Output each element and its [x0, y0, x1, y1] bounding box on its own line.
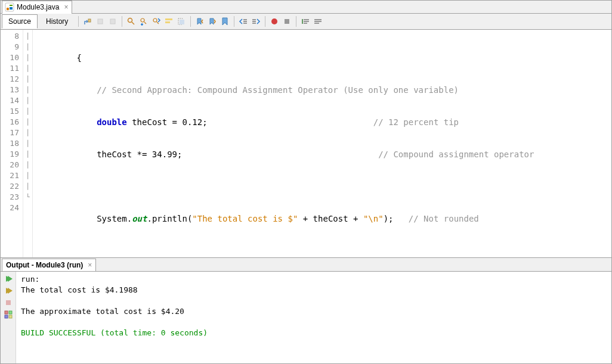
code-line: theCost *= 34.99; // Compound assignment… — [33, 149, 611, 160]
svg-rect-4 — [88, 19, 91, 22]
separator — [190, 16, 191, 27]
output-gutter — [1, 272, 16, 363]
svg-rect-27 — [314, 21, 322, 22]
editor-toolbar: Source History — [1, 14, 611, 30]
stop-icon[interactable] — [4, 298, 13, 307]
svg-rect-30 — [5, 311, 8, 314]
toggle-rect-sel-icon[interactable] — [176, 16, 187, 27]
code-area[interactable]: { // Second Approach: Compound Assignmen… — [33, 30, 611, 257]
find-selection-icon[interactable] — [126, 16, 137, 27]
svg-point-1 — [7, 8, 9, 10]
output-tabbar: Output - Module3 (run) × — [1, 258, 611, 272]
file-tab-label: Module3.java — [17, 3, 59, 11]
svg-rect-13 — [180, 20, 184, 24]
svg-rect-10 — [165, 18, 172, 20]
close-icon[interactable]: × — [64, 4, 68, 11]
svg-rect-33 — [9, 315, 12, 318]
svg-rect-31 — [9, 311, 12, 314]
find-next-icon[interactable] — [151, 16, 162, 27]
svg-rect-26 — [314, 19, 322, 20]
output-tab[interactable]: Output - Module3 (run) × — [2, 259, 96, 271]
toggle-bookmark-icon[interactable] — [220, 16, 230, 27]
rerun-icon[interactable] — [4, 274, 13, 284]
output-line: The approximate total cost is $4.20 — [21, 307, 184, 316]
output-line: The total cost is $4.1988 — [21, 285, 138, 294]
shift-left-icon[interactable] — [238, 16, 249, 27]
svg-rect-25 — [304, 23, 307, 24]
close-icon[interactable]: × — [88, 261, 92, 269]
svg-rect-16 — [243, 23, 247, 24]
svg-rect-14 — [243, 19, 247, 20]
java-file-icon — [5, 2, 14, 12]
code-line: // Second Approach: Compound Assignment … — [33, 85, 611, 95]
find-prev-icon[interactable] — [138, 16, 149, 27]
output-tab-label: Output - Module3 (run) — [6, 261, 83, 269]
code-line — [33, 181, 611, 192]
svg-rect-24 — [304, 21, 309, 22]
uncomment-icon[interactable] — [313, 16, 323, 27]
svg-rect-18 — [252, 21, 256, 22]
svg-rect-11 — [165, 21, 170, 23]
svg-rect-6 — [110, 19, 115, 24]
prev-bookmark-icon[interactable] — [194, 16, 205, 27]
code-line — [33, 245, 611, 256]
output-body: run: The total cost is $4.1988 The appro… — [1, 272, 611, 363]
code-line: System.out.println("The total cost is $"… — [33, 213, 611, 224]
separator — [122, 16, 122, 27]
rerun-alt-icon[interactable] — [4, 286, 13, 295]
shift-right-icon[interactable] — [251, 16, 261, 27]
macro-record-icon[interactable] — [269, 16, 280, 27]
svg-rect-29 — [6, 300, 11, 305]
separator — [78, 16, 79, 27]
next-bookmark-icon[interactable] — [207, 16, 218, 27]
output-text[interactable]: run: The total cost is $4.1988 The appro… — [16, 272, 611, 363]
fold-column[interactable]: │││││││││││││││└ — [23, 30, 33, 257]
output-line: run: — [21, 275, 39, 284]
svg-rect-15 — [243, 21, 247, 22]
svg-rect-32 — [5, 315, 8, 318]
macro-stop-icon[interactable] — [282, 16, 292, 27]
last-edit-icon[interactable] — [82, 16, 93, 27]
separator — [296, 16, 296, 27]
svg-point-8 — [141, 18, 144, 22]
svg-rect-28 — [314, 23, 319, 24]
line-number-gutter: 89101112131415161718192021222324 — [1, 30, 23, 257]
separator — [234, 16, 234, 27]
svg-rect-5 — [98, 19, 103, 24]
tab-source[interactable]: Source — [2, 14, 38, 29]
svg-point-20 — [271, 18, 277, 24]
svg-rect-23 — [304, 19, 309, 20]
code-line: double theCost = 0.12; // 12 percent tip — [33, 117, 611, 127]
svg-point-9 — [153, 18, 157, 22]
code-editor[interactable]: 89101112131415161718192021222324 │││││││… — [1, 30, 611, 257]
output-panel: Output - Module3 (run) × run: The total … — [1, 257, 611, 363]
svg-point-7 — [128, 18, 132, 23]
svg-rect-21 — [285, 19, 289, 24]
svg-rect-19 — [252, 23, 256, 24]
forward-icon[interactable] — [107, 16, 118, 27]
settings-icon[interactable] — [4, 310, 13, 319]
svg-rect-17 — [252, 19, 256, 20]
svg-rect-2 — [10, 5, 13, 6]
toggle-highlight-icon[interactable] — [163, 16, 174, 27]
comment-icon[interactable] — [300, 16, 311, 27]
svg-rect-3 — [10, 7, 13, 10]
file-tab-module3[interactable]: Module3.java × — [2, 1, 72, 14]
svg-rect-22 — [302, 19, 303, 24]
back-icon[interactable] — [95, 16, 106, 27]
tab-history[interactable]: History — [39, 14, 75, 29]
output-success-line: BUILD SUCCESSFUL (total time: 0 seconds) — [21, 328, 208, 337]
code-line: { — [33, 52, 611, 63]
separator — [265, 16, 265, 27]
file-tabbar: Module3.java × — [1, 1, 611, 14]
